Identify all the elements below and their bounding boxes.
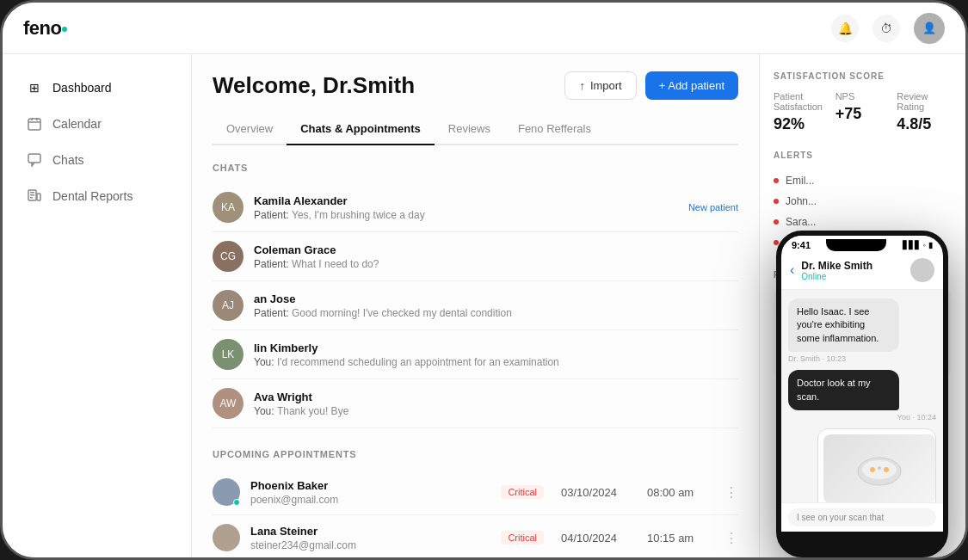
list-item[interactable]: LK lin Kimberly You: I'd recommend sched… bbox=[213, 330, 738, 379]
phone-messages: Hello Isaac. I see you're exhibiting som… bbox=[781, 290, 943, 502]
list-item: Sara... bbox=[774, 212, 952, 232]
svg-point-14 bbox=[878, 466, 881, 470]
alert-text: John... bbox=[786, 195, 817, 207]
appt-info: Phoenix Baker poenix@gmail.com bbox=[250, 479, 501, 506]
alert-dot bbox=[774, 219, 779, 225]
main-header: Welcome, Dr.Smith ↑ Import + Add patient bbox=[213, 71, 738, 100]
sidebar: ⊞ Dashboard Calendar bbox=[3, 54, 192, 557]
tab-reviews[interactable]: Reviews bbox=[435, 114, 504, 145]
avatar: AW bbox=[213, 388, 244, 419]
user-avatar[interactable]: 👤 bbox=[914, 13, 945, 44]
tab-bar: Overview Chats & Appointments Reviews Fe… bbox=[213, 114, 738, 145]
top-bar-icons: 🔔 ⏱ 👤 bbox=[831, 13, 945, 44]
svg-point-12 bbox=[870, 467, 875, 472]
header-buttons: ↑ Import + Add patient bbox=[564, 71, 738, 100]
svg-rect-7 bbox=[30, 194, 34, 196]
alert-dot bbox=[774, 178, 779, 183]
review-rating-value: 4.8/5 bbox=[897, 115, 952, 133]
chat-name: lin Kimberly bbox=[254, 342, 738, 354]
list-item[interactable]: Phoenix Baker poenix@gmail.com Critical … bbox=[213, 470, 738, 515]
svg-rect-6 bbox=[30, 192, 34, 194]
appt-info: Lana Steiner steiner234@gmail.com bbox=[250, 525, 501, 551]
review-rating: Review Rating 4.8/5 bbox=[897, 91, 952, 133]
list-item[interactable]: Lana Steiner steiner234@gmail.com Critic… bbox=[213, 515, 738, 557]
sidebar-item-chats[interactable]: Chats bbox=[9, 144, 184, 176]
nps-value: +75 bbox=[835, 105, 891, 123]
avatar: AJ bbox=[213, 290, 244, 321]
phone-contact-avatar bbox=[910, 258, 934, 282]
sidebar-item-calendar[interactable]: Calendar bbox=[9, 108, 184, 140]
chat-name: Ava Wright bbox=[254, 391, 738, 403]
tab-feno-refferals[interactable]: Feno Refferals bbox=[504, 114, 605, 145]
more-menu-icon[interactable]: ⋮ bbox=[724, 530, 738, 546]
tab-chats-appointments[interactable]: Chats & Appointments bbox=[287, 114, 435, 145]
phone-input-bar: I see on your scan that bbox=[781, 502, 943, 532]
svg-point-13 bbox=[884, 467, 889, 472]
chat-preview: Patient: What I need to do? bbox=[254, 258, 738, 270]
chat-info: lin Kimberly You: I'd recommend scheduli… bbox=[254, 342, 738, 368]
review-rating-label: Review Rating bbox=[897, 91, 952, 112]
message-input[interactable]: I see on your scan that bbox=[788, 508, 936, 526]
signal-icon: ▋▋▋ bbox=[903, 241, 921, 249]
appt-time: 08:00 am bbox=[647, 486, 707, 499]
sidebar-item-dental-reports[interactable]: Dental Reports bbox=[9, 180, 184, 212]
list-item[interactable]: AW Ava Wright You: Thank you! Bye bbox=[213, 379, 738, 428]
appointments-list: Phoenix Baker poenix@gmail.com Critical … bbox=[213, 470, 738, 557]
alerts-title: ALERTS bbox=[774, 151, 952, 160]
calendar-icon bbox=[27, 116, 42, 132]
list-item[interactable]: KA Kamila Alexander Patient: Yes, I'm br… bbox=[213, 183, 738, 232]
message-received: Hello Isaac. I see you're exhibiting som… bbox=[788, 298, 936, 363]
chat-preview: You: I'd recommend scheduling an appoint… bbox=[254, 356, 738, 368]
avatar: KA bbox=[213, 192, 244, 223]
chat-info: Kamila Alexander Patient: Yes, I'm brush… bbox=[254, 194, 688, 221]
message-bubble: Doctor look at my scan. bbox=[788, 370, 899, 410]
new-patient-badge: New patient bbox=[688, 202, 738, 212]
appt-email: poenix@gmail.com bbox=[250, 494, 501, 506]
chat-preview: You: Thank you! Bye bbox=[254, 405, 738, 417]
avatar: LK bbox=[213, 339, 244, 370]
add-patient-button[interactable]: + Add patient bbox=[645, 71, 738, 100]
image-placeholder bbox=[823, 434, 935, 502]
chat-preview: Patient: Yes, I'm brushing twice a day bbox=[254, 209, 688, 221]
chat-list: KA Kamila Alexander Patient: Yes, I'm br… bbox=[213, 183, 738, 428]
more-menu-icon[interactable]: ⋮ bbox=[724, 484, 738, 501]
main-content: Welcome, Dr.Smith ↑ Import + Add patient bbox=[192, 54, 759, 557]
appt-name: Lana Steiner bbox=[250, 525, 501, 538]
dental-reports-icon bbox=[27, 188, 42, 204]
chat-info: Ava Wright You: Thank you! Bye bbox=[254, 391, 738, 417]
list-item[interactable]: CG Coleman Grace Patient: What I need to… bbox=[213, 232, 738, 281]
alert-text: Emil... bbox=[786, 175, 814, 187]
online-dot bbox=[233, 499, 240, 506]
list-item[interactable]: AJ an Jose Patient: Good morning! I've c… bbox=[213, 281, 738, 330]
chat-info: an Jose Patient: Good morning! I've chec… bbox=[254, 292, 738, 319]
phone-mockup: 9:41 ▋▋▋ ◦ ▮ ‹ Dr. Mike Smith Online bbox=[776, 231, 948, 557]
message-timestamp: Dr. Smith · 10:23 bbox=[788, 354, 936, 363]
phone-contact-info: Dr. Mike Smith Online bbox=[801, 260, 903, 281]
satisfaction-section: SATISFACTION SCORE Patient Satisfaction … bbox=[774, 71, 952, 133]
sidebar-item-dashboard[interactable]: ⊞ Dashboard bbox=[9, 71, 184, 104]
appointments-section-title: UPCOMING APPOINTMENTS bbox=[213, 449, 738, 459]
dashboard-icon: ⊞ bbox=[27, 80, 42, 95]
tab-overview[interactable]: Overview bbox=[213, 114, 287, 145]
avatar: CG bbox=[213, 241, 244, 272]
back-icon[interactable]: ‹ bbox=[790, 262, 794, 278]
notification-icon[interactable]: 🔔 bbox=[831, 15, 859, 42]
clock-icon[interactable]: ⏱ bbox=[872, 15, 900, 42]
phone-status-icons: ▋▋▋ ◦ ▮ bbox=[903, 241, 933, 249]
import-button[interactable]: ↑ Import bbox=[564, 71, 636, 100]
sidebar-item-dental-reports-label: Dental Reports bbox=[52, 189, 133, 203]
phone-contact-status: Online bbox=[801, 272, 903, 281]
alert-dot bbox=[774, 199, 779, 204]
chat-name: Coleman Grace bbox=[254, 243, 738, 256]
message-timestamp: You · 10:24 bbox=[788, 413, 936, 422]
top-bar: feno 🔔 ⏱ 👤 bbox=[3, 3, 965, 54]
patient-satisfaction: Patient Satisfaction 92% bbox=[774, 91, 829, 133]
appt-name: Phoenix Baker bbox=[250, 479, 501, 492]
welcome-title: Welcome, Dr.Smith bbox=[213, 72, 415, 99]
phone-time: 9:41 bbox=[792, 240, 811, 250]
chat-info: Coleman Grace Patient: What I need to do… bbox=[254, 243, 738, 270]
appt-date: 04/10/2024 bbox=[561, 532, 630, 545]
phone-chat-header: ‹ Dr. Mike Smith Online bbox=[781, 251, 943, 290]
appt-email: steiner234@gmail.com bbox=[250, 539, 501, 551]
avatar bbox=[213, 478, 240, 506]
